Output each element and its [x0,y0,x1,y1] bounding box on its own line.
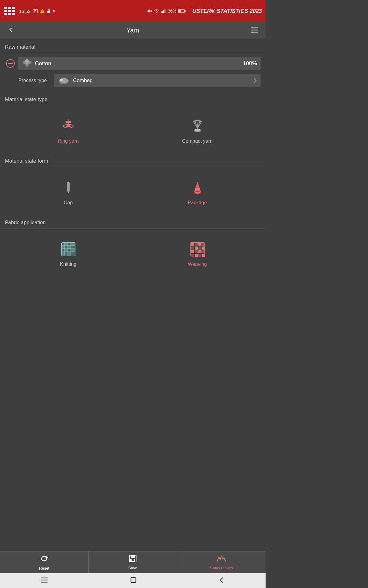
svg-rect-92 [198,243,201,246]
photo-icon [33,9,38,13]
process-type-value: Combed [73,77,93,84]
svg-rect-16 [162,11,163,13]
battery-level: 36% [168,9,176,13]
package-icon [189,179,206,196]
raw-material-input[interactable]: Cotton 100% [18,57,261,70]
svg-rect-27 [8,63,13,64]
svg-rect-96 [198,247,201,250]
raw-material-percent: 100% [243,60,257,67]
material-state-type-grid: Ring yarn [0,108,266,154]
fabric-application-grid: Knitting [0,231,266,277]
raw-material-label: Raw material [0,39,266,50]
svg-rect-103 [195,254,198,257]
compact-yarn-button[interactable]: Compact yarn [134,113,261,149]
svg-rect-79 [68,246,71,248]
svg-rect-84 [71,249,75,251]
svg-rect-19 [166,9,166,13]
combed-icon [58,76,70,85]
svg-point-35 [60,79,63,81]
svg-rect-22 [179,10,181,12]
svg-rect-59 [67,182,69,183]
cop-icon [60,179,77,196]
svg-point-40 [68,126,69,127]
svg-rect-100 [198,250,201,253]
svg-point-62 [195,192,200,194]
svg-rect-75 [68,243,71,245]
top-bar: 16:52 ! 36% USTER® STATISTICS 2023 [0,0,266,22]
svg-rect-101 [202,250,205,253]
weaving-label: Weaving [188,262,207,267]
svg-rect-78 [65,246,67,248]
process-type-row: Process type Combed [18,74,261,87]
svg-rect-97 [202,247,205,250]
status-left: 16:52 ! [4,7,55,15]
svg-rect-105 [202,254,205,257]
fabric-application-section: Fabric application [0,215,266,277]
svg-rect-18 [164,9,165,13]
svg-rect-57 [67,182,70,191]
svg-rect-104 [198,254,201,257]
status-right: 36% USTER® STATISTICS 2023 [147,8,262,14]
remove-raw-material-button[interactable] [5,58,16,69]
compact-yarn-icon [189,118,206,135]
raw-material-name: Cotton [35,60,240,67]
back-button[interactable] [5,25,17,36]
svg-rect-17 [163,10,164,13]
svg-rect-83 [68,249,71,251]
process-type-label: Process type [18,78,49,83]
weaving-button[interactable]: Weaving [134,236,261,272]
svg-rect-98 [191,250,194,253]
material-state-form-grid: Cop Package [0,169,266,215]
material-state-form-section: Material state form Cop [0,154,266,215]
svg-point-42 [63,125,64,127]
svg-rect-87 [68,252,71,256]
time-display: 16:52 [19,9,31,14]
package-label: Package [188,200,207,205]
knitting-icon [60,241,77,258]
svg-rect-91 [195,243,198,246]
ring-yarn-button[interactable]: Ring yarn [5,113,132,149]
svg-rect-9 [33,9,37,13]
svg-marker-60 [194,182,201,193]
svg-rect-7 [8,13,11,15]
compact-yarn-label: Compact yarn [182,138,213,144]
dot-indicator [53,10,55,12]
ring-yarn-label: Ring yarn [58,138,79,144]
mute-icon [147,9,152,13]
svg-point-54 [197,120,199,121]
package-button[interactable]: Package [134,174,261,210]
svg-rect-4 [8,10,11,12]
page-title: Yarn [127,27,139,34]
svg-rect-15 [161,12,162,13]
svg-rect-95 [195,247,198,250]
svg-point-52 [194,120,196,122]
material-state-form-label: Material state form [0,154,266,164]
process-type-selector[interactable]: Combed [54,74,261,87]
cop-button[interactable]: Cop [5,174,132,210]
warning-icon: ! [40,9,45,13]
svg-point-30 [25,59,29,63]
cotton-icon [22,59,32,68]
svg-rect-1 [8,7,11,9]
fabric-application-label: Fabric application [0,215,266,226]
knitting-label: Knitting [60,262,76,267]
battery-icon [178,9,186,13]
chevron-right-icon [253,77,257,84]
svg-rect-32 [26,65,27,67]
svg-rect-94 [191,247,194,250]
main-content: Raw material Cotton [0,39,266,317]
svg-rect-81 [62,249,64,251]
svg-rect-6 [4,13,7,15]
svg-rect-86 [65,252,67,256]
svg-rect-102 [191,254,194,257]
svg-point-44 [195,129,200,131]
svg-rect-2 [12,7,15,9]
cop-label: Cop [64,200,73,205]
weaving-icon [189,241,206,258]
knitting-button[interactable]: Knitting [5,236,132,272]
menu-button[interactable] [248,25,261,36]
svg-rect-74 [65,243,67,245]
material-state-type-section: Material state type [0,92,266,154]
svg-rect-8 [12,13,15,15]
svg-rect-76 [71,243,75,245]
